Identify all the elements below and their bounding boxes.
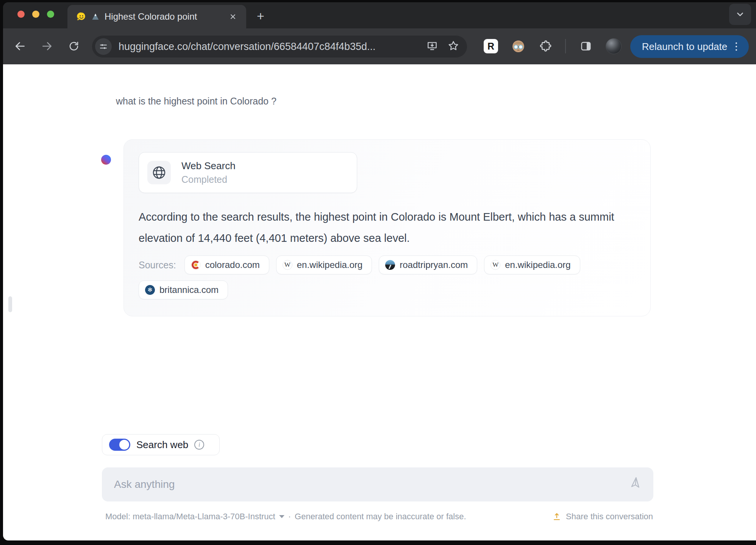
tab-highest-colorado-point[interactable]: Highest Colorado point (67, 5, 246, 28)
back-button[interactable] (12, 38, 28, 54)
install-app-icon[interactable] (426, 40, 438, 53)
footer-separator: · (288, 512, 291, 522)
browser-menu-icon[interactable] (736, 42, 737, 51)
model-selector[interactable]: Model: meta-llama/Meta-Llama-3-70B-Instr… (105, 512, 275, 522)
chat-footer: Model: meta-llama/Meta-Llama-3-70B-Instr… (105, 512, 653, 522)
forward-button[interactable] (39, 38, 55, 54)
sources-row: Sources: colorado.com W en.wikipedia.org… (139, 255, 645, 299)
source-chip-wikipedia-2[interactable]: W en.wikipedia.org (484, 255, 580, 274)
user-message: what is the highest point in Colorado ? (116, 96, 276, 107)
web-search-title: Web Search (181, 160, 236, 172)
web-search-card[interactable]: Web Search Completed (139, 152, 357, 193)
roadtripryan-favicon-icon (385, 260, 395, 270)
info-icon[interactable]: i (194, 440, 204, 450)
disclaimer-text: Generated content may be inaccurate or f… (295, 512, 466, 522)
huggingchat-page: what is the highest point in Colorado ? … (3, 64, 756, 540)
globe-icon (147, 161, 171, 184)
browser-toolbar: huggingface.co/chat/conversation/6658440… (3, 28, 756, 64)
huggingchat-favicon-icon (77, 12, 86, 22)
source-chip-britannica[interactable]: ✻ britannica.com (139, 280, 228, 299)
share-label: Share this conversation (566, 512, 653, 522)
side-panel-icon[interactable] (578, 39, 594, 54)
search-web-toggle[interactable] (109, 439, 130, 451)
sidebar-drag-handle[interactable] (8, 296, 12, 312)
wikipedia-favicon-icon: W (283, 260, 292, 270)
tab-title: Highest Colorado point (105, 11, 223, 22)
address-bar[interactable]: huggingface.co/chat/conversation/6658440… (92, 36, 467, 58)
relaunch-label: Relaunch to update (642, 41, 728, 53)
tab-search-button[interactable] (729, 4, 751, 25)
r-extension-icon[interactable]: R (484, 39, 498, 53)
toolbar-separator (565, 39, 566, 53)
sources-label: Sources: (139, 260, 176, 271)
share-upload-icon (552, 512, 561, 521)
tab-strip: Highest Colorado point + (3, 2, 756, 28)
assistant-answer-text: According to the search results, the hig… (139, 206, 642, 249)
traffic-lights (17, 11, 54, 18)
face-glasses-extension-icon[interactable] (511, 39, 525, 53)
profile-avatar[interactable] (606, 38, 622, 54)
site-settings-icon[interactable] (95, 38, 112, 55)
assistant-message: Web Search Completed According to the se… (123, 139, 651, 316)
source-chip-colorado[interactable]: colorado.com (184, 255, 269, 274)
new-tab-button[interactable]: + (253, 8, 268, 23)
chevron-down-icon[interactable] (279, 515, 284, 518)
bookmark-star-icon[interactable] (447, 40, 459, 53)
source-chip-wikipedia-1[interactable]: W en.wikipedia.org (276, 255, 372, 274)
web-search-status: Completed (181, 174, 236, 185)
colorado-favicon-icon (191, 260, 201, 270)
tab-close-icon[interactable] (227, 11, 239, 22)
chat-input[interactable] (114, 478, 629, 490)
mountain-emoji-icon (91, 12, 100, 21)
close-window-button[interactable] (17, 11, 25, 18)
message-input-container (102, 467, 653, 501)
reload-button[interactable] (66, 38, 82, 54)
browser-window: Highest Colorado point + (3, 2, 756, 540)
url-text[interactable]: huggingface.co/chat/conversation/6658440… (119, 41, 422, 53)
minimize-window-button[interactable] (32, 11, 39, 18)
share-conversation-button[interactable]: Share this conversation (552, 512, 653, 522)
search-web-control: Search web i (102, 434, 220, 455)
assistant-avatar (101, 155, 111, 165)
britannica-favicon-icon: ✻ (145, 285, 155, 295)
relaunch-to-update-button[interactable]: Relaunch to update (630, 35, 749, 58)
extensions-puzzle-icon[interactable] (538, 39, 553, 54)
fullscreen-window-button[interactable] (47, 11, 54, 18)
send-icon[interactable] (629, 478, 641, 491)
source-chip-roadtripryan[interactable]: roadtripryan.com (379, 255, 477, 274)
wikipedia-favicon-icon: W (490, 260, 500, 270)
search-web-label: Search web (136, 439, 188, 451)
